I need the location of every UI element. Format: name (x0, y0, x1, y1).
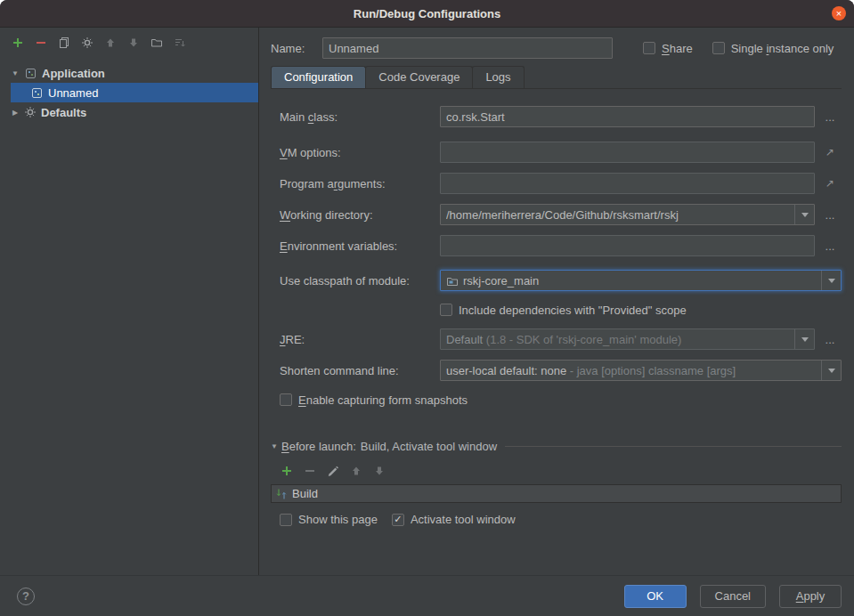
folder-icon (150, 36, 163, 49)
vm-options-row: VM options: ↗ (280, 142, 842, 163)
task-item-build[interactable]: Build (272, 487, 841, 500)
move-task-up-button[interactable] (349, 464, 363, 478)
chevron-down-icon[interactable]: ▼ (11, 69, 20, 77)
cancel-button[interactable]: Cancel (700, 585, 766, 608)
include-provided-row: Include dependencies with "Provided" sco… (280, 301, 842, 319)
single-instance-checkbox[interactable]: Single instance only (712, 42, 834, 55)
apply-button[interactable]: Apply (779, 585, 842, 608)
add-configuration-button[interactable] (11, 36, 25, 50)
tree-item-application[interactable]: ▼ Application (0, 63, 258, 83)
chevron-down-icon[interactable] (794, 329, 814, 349)
working-directory-combo[interactable]: /home/meriherrera/Code/Github/rsksmart/r… (440, 204, 815, 225)
checkbox-box (643, 42, 655, 54)
checkbox-box (280, 514, 292, 526)
gear-icon (24, 106, 37, 118)
jre-combo[interactable]: Default (1.8 - SDK of 'rskj-core_main' m… (440, 328, 815, 350)
remove-configuration-button[interactable] (34, 36, 48, 50)
chevron-down-icon[interactable] (794, 205, 814, 224)
jre-value: Default (1.8 - SDK of 'rskj-core_main' m… (446, 333, 794, 346)
remove-task-button[interactable] (303, 464, 317, 478)
classpath-module-label: Use classpath of module: (280, 274, 440, 288)
application-icon (30, 86, 44, 100)
before-launch-subtitle: Build, Activate tool window (361, 440, 497, 453)
help-icon: ? (22, 589, 29, 603)
plus-icon (281, 465, 293, 477)
sort-configurations-button[interactable] (173, 36, 187, 50)
capture-snapshots-label: Enable capturing form snapshots (298, 393, 468, 407)
activate-tool-window-checkbox[interactable]: ✓ Activate tool window (392, 513, 516, 526)
environment-variables-label: Environment variables: (280, 239, 440, 253)
dialog-body: ▼ Application Unnamed ▶ Defaults Name: (0, 28, 854, 575)
separator-line (505, 446, 842, 447)
shorten-command-line-hint: - java [options] classname [args] (566, 364, 736, 377)
title-bar[interactable]: Run/Debug Configurations × (0, 0, 854, 28)
shorten-command-line-combo[interactable]: user-local default: none - java [options… (440, 360, 842, 381)
move-up-button[interactable] (103, 36, 118, 50)
tab-logs[interactable]: Logs (472, 66, 524, 88)
minus-icon (35, 36, 47, 49)
main-class-input[interactable] (440, 106, 815, 127)
close-icon: × (836, 9, 842, 19)
environment-variables-browse-button[interactable]: ... (818, 239, 842, 253)
add-task-button[interactable] (280, 464, 294, 478)
capture-snapshots-checkbox[interactable]: Enable capturing form snapshots (280, 393, 468, 407)
shorten-command-line-label: Shorten command line: (280, 364, 440, 377)
ok-button[interactable]: OK (624, 585, 687, 608)
vm-options-input[interactable] (440, 142, 815, 163)
before-launch-header[interactable]: ▼ Before launch: Build, Activate tool wi… (271, 437, 842, 455)
arrow-up-icon (350, 465, 362, 477)
sidebar-toolbar (0, 28, 258, 58)
copy-configuration-button[interactable] (57, 36, 71, 50)
main-class-browse-button[interactable]: ... (818, 110, 842, 124)
share-checkbox[interactable]: Share (643, 42, 693, 55)
move-down-button[interactable] (126, 36, 141, 50)
chevron-right-icon[interactable]: ▶ (11, 109, 20, 117)
before-launch-options: Show this page ✓ Activate tool window (271, 513, 842, 526)
program-arguments-expand-button[interactable]: ↗ (818, 177, 842, 190)
chevron-down-icon[interactable]: ▼ (271, 442, 281, 450)
vm-options-expand-button[interactable]: ↗ (818, 146, 842, 158)
working-directory-label: Working directory: (280, 208, 440, 222)
tree-item-unnamed[interactable]: Unnamed (11, 83, 258, 102)
environment-variables-input[interactable] (440, 235, 815, 256)
before-launch-task-list: Build (271, 484, 842, 503)
include-provided-label: Include dependencies with "Provided" sco… (459, 304, 687, 317)
tree-item-defaults[interactable]: ▶ Defaults (0, 102, 258, 122)
configuration-editor: Name: Share Single instance only Configu… (259, 28, 854, 575)
working-directory-row: Working directory: /home/meriherrera/Cod… (280, 204, 842, 225)
edit-defaults-button[interactable] (80, 36, 94, 50)
working-directory-browse-button[interactable]: ... (818, 208, 842, 222)
checkbox-box (712, 42, 725, 54)
program-arguments-input[interactable] (440, 173, 815, 194)
help-button[interactable]: ? (17, 588, 35, 605)
include-provided-checkbox[interactable]: Include dependencies with "Provided" sco… (440, 304, 687, 317)
application-icon (24, 67, 37, 80)
chevron-down-icon[interactable] (821, 271, 841, 290)
expand-icon: ↗ (826, 146, 834, 158)
tab-configuration[interactable]: Configuration (271, 66, 366, 88)
name-input[interactable] (322, 37, 613, 59)
move-task-down-button[interactable] (372, 464, 386, 478)
checkbox-box (440, 304, 452, 316)
new-folder-button[interactable] (150, 36, 164, 50)
dialog-footer: ? OK Cancel Apply (0, 575, 854, 616)
main-class-row: Main class: ... (280, 106, 842, 127)
tree-item-label: Application (42, 67, 105, 80)
before-launch-section: ▼ Before launch: Build, Activate tool wi… (271, 437, 842, 526)
main-class-label: Main class: (280, 110, 440, 124)
program-arguments-label: Program arguments: (280, 177, 440, 190)
name-row: Name: Share Single instance only (271, 37, 842, 59)
before-launch-title: Before launch: (281, 440, 356, 453)
show-this-page-checkbox[interactable]: Show this page (280, 513, 378, 526)
dialog-buttons: OK Cancel Apply (624, 585, 842, 608)
tree-item-label: Defaults (41, 106, 86, 119)
checkbox-box-checked: ✓ (392, 514, 404, 526)
module-icon (446, 275, 459, 287)
edit-task-button[interactable] (326, 464, 340, 478)
tab-code-coverage[interactable]: Code Coverage (365, 66, 473, 88)
close-button[interactable]: × (832, 6, 846, 20)
capture-snapshots-row: Enable capturing form snapshots (280, 391, 842, 409)
chevron-down-icon[interactable] (821, 361, 841, 380)
jre-browse-button[interactable]: ... (818, 333, 842, 346)
classpath-module-combo[interactable]: rskj-core_main (440, 270, 842, 291)
